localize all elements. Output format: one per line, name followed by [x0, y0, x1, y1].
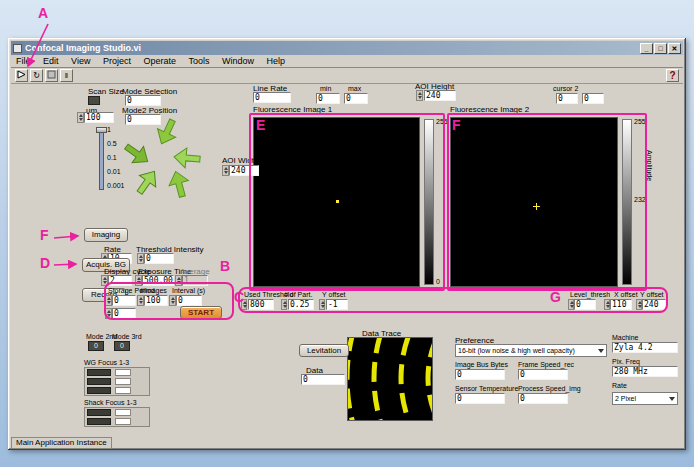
slider-tick-01: 0.1 — [107, 154, 117, 162]
levitation-button[interactable]: Levitation — [299, 344, 349, 357]
scan-slider[interactable] — [99, 128, 104, 190]
shack-focus-cluster[interactable] — [84, 407, 150, 427]
exposure-time-stepper[interactable] — [135, 275, 142, 286]
menu-help[interactable]: Help — [262, 55, 291, 67]
max-label: max — [348, 85, 361, 93]
cursor2-x-field[interactable]: 0 — [556, 93, 578, 104]
menu-tools[interactable]: Tools — [184, 55, 215, 67]
mode2-position-field[interactable]: 0 — [125, 114, 161, 125]
image-bus-bytes-label: Image Bus Bytes — [455, 361, 508, 369]
annotation-letter-c: C — [234, 290, 244, 304]
menu-edit[interactable]: Edit — [38, 55, 64, 67]
pause-icon[interactable]: ‖ — [60, 69, 73, 82]
extra-stepper[interactable] — [105, 308, 112, 319]
sensor-temperature-label: Sensor Temperature — [455, 385, 518, 393]
aoi-width-field[interactable]: 240 — [229, 165, 259, 176]
annotation-letter-f-panel: F — [452, 118, 461, 132]
image1-cursor-dot — [336, 200, 339, 203]
toolbar: ↻ ‖ ? — [11, 68, 683, 84]
menu-file[interactable]: File — [11, 55, 36, 67]
num-part-stepper[interactable] — [281, 299, 287, 310]
annotation-letter-b: B — [220, 259, 230, 273]
preference-dropdown[interactable]: 16-bit (low noise & high well capacity) — [455, 344, 607, 357]
image2-cursor-icon-v — [536, 203, 537, 210]
close-button[interactable]: ✕ — [668, 43, 681, 54]
x-offset-right-field[interactable]: 110 — [610, 299, 632, 310]
display-cycle-stepper[interactable] — [101, 275, 108, 286]
y-offset-left-stepper[interactable] — [319, 299, 325, 310]
run-icon[interactable] — [15, 69, 28, 82]
aoi-width-stepper[interactable] — [222, 165, 229, 176]
display-cycle-field[interactable]: 2 — [108, 275, 132, 286]
average-stepper[interactable] — [175, 275, 182, 286]
min-field[interactable]: 0 — [316, 93, 340, 104]
process-speed-img-label: Process Speed_img — [518, 385, 581, 393]
colorbar2-mid-label: 232 — [634, 196, 646, 204]
shack-focus-label: Shack Focus 1-3 — [84, 399, 137, 407]
data-trace-label: Data Trace — [362, 329, 401, 338]
frame-speed-rec-field[interactable]: 0 — [518, 369, 568, 380]
level-threshold-field[interactable]: 0 — [574, 299, 596, 310]
colorbar-2 — [622, 119, 632, 285]
aoi-height-field[interactable]: 240 — [424, 90, 456, 101]
y-offset-right-field[interactable]: 240 — [642, 299, 666, 310]
num-images-label: #Images — [140, 287, 167, 295]
scan-size-stepper[interactable] — [77, 112, 84, 123]
data-field[interactable]: 0 — [301, 374, 345, 385]
used-threshold-field[interactable]: 800 — [248, 299, 274, 310]
slider-tick-05: 0.5 — [107, 140, 117, 148]
start-button[interactable]: START — [180, 306, 222, 319]
annotation-letter-d: D — [40, 256, 50, 270]
data-trace-graph[interactable] — [347, 337, 433, 421]
colorbar1-bottom-label: 0 — [436, 278, 440, 286]
num-images-stepper[interactable] — [137, 295, 144, 306]
y-offset-right-label: Y offset — [640, 291, 663, 299]
storage-period-field[interactable]: 0 — [112, 295, 136, 306]
sensor-temperature-field[interactable]: 0 — [455, 393, 505, 404]
menu-view[interactable]: View — [66, 55, 95, 67]
y-offset-left-label: Y offset — [322, 291, 345, 299]
y-offset-left-field[interactable]: -1 — [326, 299, 348, 310]
pix-freq-label: Pix. Freq — [612, 358, 640, 366]
num-part-label: # of Part. — [284, 291, 312, 299]
slider-tick-1: 1 — [107, 126, 111, 134]
scan-size-field[interactable]: 100 — [84, 112, 114, 123]
image-bus-bytes-field[interactable]: 0 — [455, 369, 505, 380]
line-rate-field[interactable]: 0 — [253, 92, 291, 103]
interval-field[interactable]: 0 — [176, 295, 202, 306]
process-speed-img-field[interactable]: 0 — [518, 393, 568, 404]
maximize-button[interactable]: □ — [654, 43, 667, 54]
scan-slider-handle[interactable] — [96, 127, 107, 133]
imaging-button[interactable]: Imaging — [84, 228, 128, 242]
num-part-field[interactable]: 0.25 — [288, 299, 314, 310]
num-images-field[interactable]: 100 — [144, 295, 168, 306]
wg-focus-cluster[interactable] — [84, 367, 150, 396]
menu-project[interactable]: Project — [98, 55, 136, 67]
average-field[interactable]: 1 — [182, 275, 208, 286]
help-icon[interactable]: ? — [666, 69, 679, 82]
minimize-button[interactable]: _ — [640, 43, 653, 54]
menu-bar: File Edit View Project Operate Tools Win… — [11, 55, 683, 68]
mode-selection-field[interactable]: 0 — [125, 95, 161, 106]
annotation-letter-a: A — [38, 6, 48, 20]
image1-label: Fluorescence Image 1 — [253, 105, 332, 114]
interval-stepper[interactable] — [169, 295, 176, 306]
menu-window[interactable]: Window — [217, 55, 259, 67]
threshold-intensity-field[interactable]: 0 — [144, 253, 174, 264]
abort-icon[interactable] — [45, 69, 58, 82]
extra-field[interactable]: 0 — [112, 308, 136, 319]
scan-size-indicator[interactable] — [88, 96, 100, 105]
storage-period-stepper[interactable] — [105, 295, 112, 306]
exposure-time-field[interactable]: 500.00 — [142, 275, 174, 286]
pixels-dropdown[interactable]: 2 Pixel — [612, 392, 678, 405]
max-field[interactable]: 0 — [344, 93, 368, 104]
mode-3rd-field[interactable]: 0 — [114, 341, 130, 351]
menu-operate[interactable]: Operate — [138, 55, 181, 67]
threshold-intensity-stepper[interactable] — [137, 253, 144, 264]
aoi-height-stepper[interactable] — [416, 90, 423, 101]
run-continuous-icon[interactable]: ↻ — [30, 69, 43, 82]
fluorescence-image-2[interactable] — [450, 117, 618, 287]
status-tab[interactable]: Main Application Instance — [11, 437, 112, 449]
mode-2nd-field[interactable]: 0 — [88, 341, 104, 351]
cursor2-y-field[interactable]: 0 — [582, 93, 604, 104]
